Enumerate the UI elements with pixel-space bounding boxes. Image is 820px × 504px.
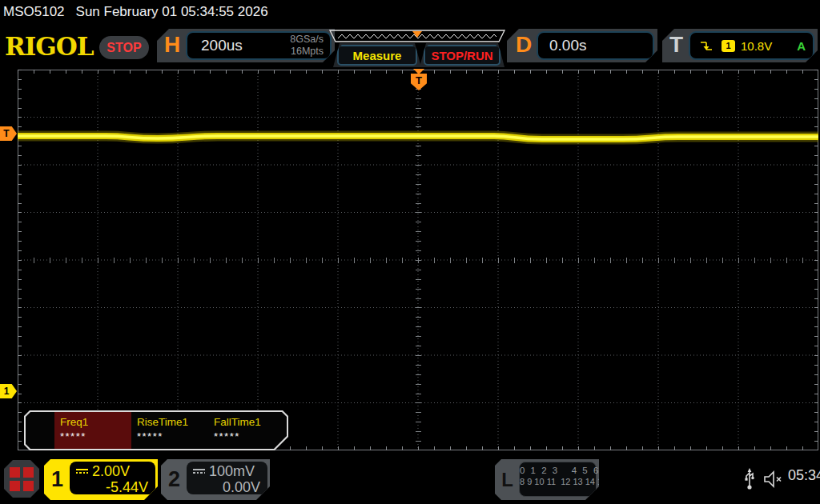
- channel1-offset: -5.44V: [76, 479, 148, 496]
- memory-depth: 16Mpts: [290, 46, 324, 58]
- measurement-freq1[interactable]: Freq1 *****: [54, 412, 131, 449]
- trigger-mode: A: [797, 39, 806, 53]
- header: RIGOL STOP H 200us 8GSa/s 16Mpts Measure…: [0, 26, 820, 67]
- measurement-falltime1[interactable]: FallTime1 *****: [208, 412, 285, 449]
- sample-rate: 8GSa/s: [290, 34, 324, 46]
- measure-button[interactable]: Measure: [337, 45, 417, 66]
- trigger-source-chip: 1: [722, 40, 735, 52]
- channel1-ground-marker[interactable]: 1: [0, 384, 17, 398]
- titlebar: MSO5102Sun February 01 05:34:55 2026: [0, 0, 820, 26]
- delay-settings-box[interactable]: D 0.00s: [507, 29, 657, 62]
- channel2-scale: 100mV: [209, 463, 255, 479]
- measurement-risetime1[interactable]: RiseTime1 *****: [131, 412, 208, 449]
- digital-channels-row2: 8 9 10 11 12 13 14 15: [520, 477, 596, 486]
- channel2-status-box[interactable]: 2 100mV 0.00V: [161, 459, 270, 500]
- stop-run-button[interactable]: STOP/RUN: [424, 45, 500, 66]
- horizontal-label: H: [164, 32, 180, 58]
- trigger-settings-box[interactable]: T 1 10.8V A: [662, 29, 818, 62]
- clock: 05:34: [788, 467, 820, 484]
- model-name: MSO5102: [3, 4, 65, 19]
- channel1-status-box[interactable]: 1 2.00V -5.44V: [44, 459, 158, 500]
- run-state-badge: STOP: [99, 36, 149, 59]
- channel2-number: 2: [161, 459, 187, 500]
- falling-edge-icon: [700, 39, 713, 52]
- datetime: Sun February 01 05:34:55 2026: [76, 4, 268, 19]
- delay-label: D: [516, 32, 532, 58]
- channel2-offset: 0.00V: [193, 479, 260, 496]
- channel1-number: 1: [44, 459, 70, 500]
- logic-analyzer-status-box[interactable]: L 0 1 2 3 4 5 6 7 8 9 10 11 12 13 14 15: [495, 459, 599, 500]
- speaker-muted-icon[interactable]: [762, 470, 785, 489]
- dc-coupling-icon: [193, 469, 205, 474]
- channel1-scale: 2.00V: [92, 463, 130, 479]
- delay-value: 0.00s: [538, 37, 586, 54]
- timebase-value: 200us: [187, 37, 290, 54]
- waveform-zigzag-icon[interactable]: [328, 30, 506, 43]
- dc-coupling-icon: [76, 469, 88, 474]
- digital-channels-row1: 0 1 2 3 4 5 6 7: [520, 466, 596, 475]
- trigger-level-value: 10.8V: [741, 39, 797, 53]
- horizontal-settings-box[interactable]: H 200us 8GSa/s 16Mpts: [157, 29, 335, 62]
- trigger-position-pointer: [413, 69, 424, 74]
- statusbar: 1 2.00V -5.44V 2 100mV 0.00V L 0 1 2 3 4…: [0, 456, 820, 504]
- red-grid-menu-icon[interactable]: [4, 460, 39, 498]
- rigol-logo: RIGOL: [5, 32, 94, 61]
- measurement-panel[interactable]: Freq1 ***** RiseTime1 ***** FallTime1 **…: [24, 410, 288, 450]
- usb-icon: [743, 467, 756, 491]
- logic-label: L: [495, 459, 520, 500]
- waveform-display: T T 1 Freq1 ***** RiseTime1 ***** FallTi…: [18, 70, 818, 450]
- trigger-level-marker[interactable]: T: [0, 126, 17, 141]
- trigger-label: T: [669, 32, 683, 58]
- channel1-trace: [18, 70, 818, 450]
